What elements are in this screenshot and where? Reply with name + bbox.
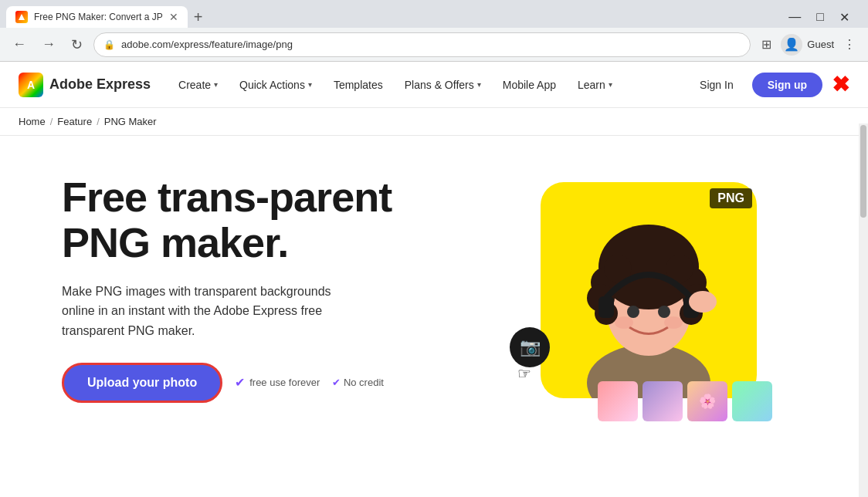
page-content: A Adobe Express Create ▾ Quick Actions ▾… xyxy=(0,62,868,497)
breadcrumb-home[interactable]: Home xyxy=(19,116,46,127)
window-controls: — □ ✕ xyxy=(782,7,862,28)
tab-close-button[interactable]: ✕ xyxy=(169,11,178,23)
check-circle-icon: ✔ xyxy=(332,377,341,388)
cursor-indicator: ☞ xyxy=(517,364,531,383)
camera-button[interactable]: 📷 xyxy=(510,327,550,367)
back-button[interactable]: ← xyxy=(8,33,31,56)
brand-name: Adobe Express xyxy=(49,76,151,93)
hero-section: Free trans-parent PNG maker. Make PNG im… xyxy=(0,136,868,494)
brand-logo: A xyxy=(19,73,43,97)
nav-item-learn[interactable]: Learn ▾ xyxy=(568,73,622,97)
adobe-logo: ✖ xyxy=(832,72,849,97)
check-icon: ✔ xyxy=(235,375,245,390)
hero-image: PNG 📷 ☞ 🌸 xyxy=(479,167,772,429)
chevron-down-icon: ▾ xyxy=(609,80,612,89)
no-credit-label: ✔ No credit xyxy=(332,377,384,388)
chevron-down-icon: ▾ xyxy=(477,80,481,89)
menu-button[interactable]: ⋮ xyxy=(839,34,860,55)
minimize-button[interactable]: — xyxy=(782,7,807,28)
hero-subtitle: Make PNG images with transparent backgro… xyxy=(62,282,355,341)
svg-point-16 xyxy=(615,316,633,329)
nav-item-plans[interactable]: Plans & Offers ▾ xyxy=(395,73,490,97)
new-tab-button[interactable]: + xyxy=(188,8,209,26)
scrollbar-thumb[interactable] xyxy=(860,125,866,218)
svg-point-14 xyxy=(627,306,639,318)
sign-in-button[interactable]: Sign In xyxy=(690,73,743,97)
brand[interactable]: A Adobe Express xyxy=(19,73,151,97)
chevron-down-icon: ▾ xyxy=(214,80,218,89)
scrollbar[interactable] xyxy=(859,123,868,497)
upload-photo-button[interactable]: Upload your photo xyxy=(62,363,222,403)
png-format-badge: PNG xyxy=(710,188,752,208)
thumbnail-item[interactable] xyxy=(598,381,638,421)
hero-title: Free trans-parent PNG maker. xyxy=(62,174,448,266)
camera-icon: 📷 xyxy=(520,337,541,357)
breadcrumb-sep-1: / xyxy=(50,116,53,127)
thumbnail-item[interactable]: 🌸 xyxy=(687,381,727,421)
nav-item-quick-actions[interactable]: Quick Actions ▾ xyxy=(230,73,321,97)
breadcrumb-current: PNG Maker xyxy=(104,116,157,127)
svg-point-18 xyxy=(689,291,717,313)
person-illustration xyxy=(541,182,757,398)
profile-button[interactable]: 👤 xyxy=(781,34,802,56)
free-label: free use forever xyxy=(249,377,320,388)
refresh-button[interactable]: ↻ xyxy=(66,33,87,56)
address-text: adobe.com/express/feature/image/png xyxy=(121,39,741,50)
svg-point-17 xyxy=(664,316,683,329)
nav-item-mobile[interactable]: Mobile App xyxy=(493,73,565,97)
forward-button[interactable]: → xyxy=(37,33,60,56)
guest-label: Guest xyxy=(807,39,834,50)
thumbnail-item[interactable] xyxy=(732,381,772,421)
nav-item-templates[interactable]: Templates xyxy=(324,73,392,97)
address-bar[interactable]: 🔒 adobe.com/express/feature/image/png xyxy=(93,32,751,57)
nav-item-create[interactable]: Create ▾ xyxy=(169,73,227,97)
nav-right: Sign In Sign up ✖ xyxy=(690,72,849,97)
hero-right: PNG 📷 ☞ 🌸 xyxy=(479,167,803,429)
close-window-button[interactable]: ✕ xyxy=(833,7,856,28)
thumbnail-strip: 🌸 xyxy=(598,381,772,421)
breadcrumb: Home / Feature / PNG Maker xyxy=(0,108,868,136)
breadcrumb-feature[interactable]: Feature xyxy=(57,116,92,127)
hero-yellow-shape xyxy=(541,182,757,398)
hero-left: Free trans-parent PNG maker. Make PNG im… xyxy=(62,167,448,403)
maximize-button[interactable]: □ xyxy=(810,7,830,28)
tab-favicon xyxy=(15,11,28,23)
svg-rect-12 xyxy=(598,296,614,318)
tab-title: Free PNG Maker: Convert a JP xyxy=(34,12,163,22)
top-navigation: A Adobe Express Create ▾ Quick Actions ▾… xyxy=(0,62,868,108)
extensions-button[interactable]: ⊞ xyxy=(757,34,776,55)
svg-point-15 xyxy=(658,306,670,318)
sign-up-button[interactable]: Sign up xyxy=(752,73,822,97)
active-tab[interactable]: Free PNG Maker: Convert a JP ✕ xyxy=(6,6,188,28)
free-badge: ✔ free use forever xyxy=(235,375,320,390)
hero-actions: Upload your photo ✔ free use forever ✔ N… xyxy=(62,363,448,403)
lock-icon: 🔒 xyxy=(103,39,115,50)
nav-items: Create ▾ Quick Actions ▾ Templates Plans… xyxy=(169,73,690,97)
thumbnail-item[interactable] xyxy=(643,381,683,421)
chevron-down-icon: ▾ xyxy=(308,80,312,89)
breadcrumb-sep-2: / xyxy=(97,116,100,127)
